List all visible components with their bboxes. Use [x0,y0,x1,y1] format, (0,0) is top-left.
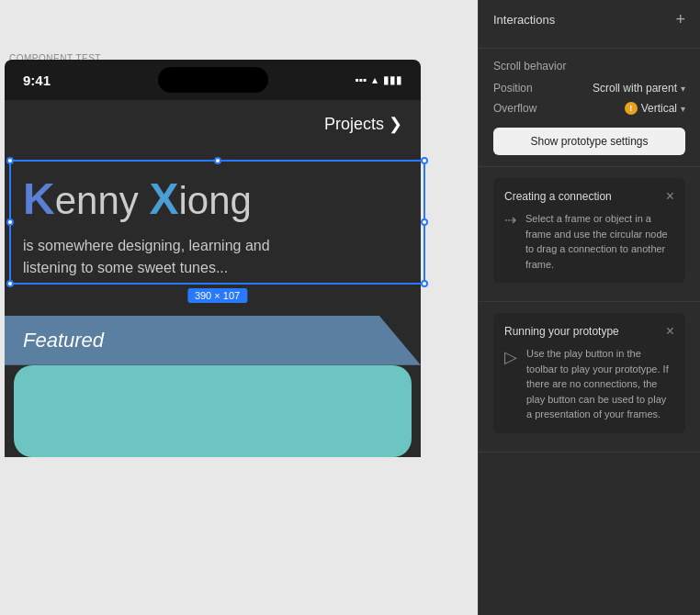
overflow-value-text: Vertical [641,102,677,115]
hero-section: Kenny Xiong is somewhere designing, lear… [5,148,421,297]
connection-icon: ⇢ [504,211,516,229]
position-chevron-icon: ▾ [681,84,685,94]
position-label: Position [493,82,533,95]
overflow-chevron-icon: ▾ [681,104,685,114]
running-prototype-title: Running your prototype [504,325,619,338]
featured-banner: Featured [5,316,421,365]
add-interaction-button[interactable]: + [675,11,685,28]
creating-connection-body: ⇢ Select a frame or object in a frame an… [504,211,674,272]
running-prototype-section: Running your prototype × ▷ Use the play … [479,302,700,453]
interactions-title: Interactions [493,13,555,27]
running-prototype-card: Running your prototype × ▷ Use the play … [493,313,685,433]
resize-handle-top-right[interactable] [421,157,428,164]
signal-icon: ▪▪▪ [355,73,367,86]
interactions-header: Interactions + [493,11,685,28]
running-prototype-close-button[interactable]: × [666,324,674,339]
running-prototype-text: Use the play button in the toolbar to pl… [526,346,674,422]
warning-icon: ! [625,102,638,115]
creating-connection-title: Creating a connection [504,190,612,203]
interactions-section: Interactions + [479,0,700,49]
position-value-text: Scroll with parent [593,82,677,95]
creating-connection-close-button[interactable]: × [666,189,674,204]
position-value[interactable]: Scroll with parent ▾ [593,82,685,95]
running-prototype-body: ▷ Use the play button in the toolbar to … [504,346,674,422]
canvas-area: COMPONENT TEST 9:41 ▪▪▪ ▴ ▮▮▮ 390 × 107 [0,0,478,615]
overflow-value[interactable]: ! Vertical ▾ [625,102,685,115]
projects-label: Projects ❯ [324,114,402,134]
dynamic-island [158,67,268,93]
projects-button[interactable]: Projects ❯ [324,114,402,134]
nav-bar: Projects ❯ [5,100,421,148]
hero-enny: enny [55,179,150,222]
creating-connection-header: Creating a connection × [504,189,674,204]
scroll-behavior-section: Scroll behavior Position Scroll with par… [479,49,700,167]
status-icons: ▪▪▪ ▴ ▮▮▮ [355,73,402,86]
hero-x: X [149,174,178,223]
featured-text: Featured [23,329,104,352]
status-bar: 9:41 ▪▪▪ ▴ ▮▮▮ [5,60,421,100]
teal-card [14,365,412,457]
overflow-label: Overflow [493,102,536,115]
resize-handle-bottom-right[interactable] [421,280,428,287]
phone-frame: 9:41 ▪▪▪ ▴ ▮▮▮ 390 × 107 Projects ❯ [5,60,421,610]
resize-handle-mid-right[interactable] [421,218,428,226]
wifi-icon: ▴ [372,73,378,86]
scroll-behavior-label: Scroll behavior [493,60,685,73]
hero-k: K [23,174,55,223]
position-row: Position Scroll with parent ▾ [493,82,685,95]
play-icon: ▷ [504,347,517,367]
status-time: 9:41 [23,73,51,88]
hero-tagline: is somewhere designing, learning andlist… [23,235,402,279]
overflow-row: Overflow ! Vertical ▾ [493,102,685,115]
creating-connection-card: Creating a connection × ⇢ Select a frame… [493,178,685,283]
hero-iong: iong [178,179,251,222]
creating-connection-text: Select a frame or object in a frame and … [525,211,674,272]
hero-name: Kenny Xiong [23,175,402,224]
phone-content: Projects ❯ Kenny Xiong is somewhere desi… [5,100,421,457]
running-prototype-header: Running your prototype × [504,324,674,339]
right-panel: Interactions + Scroll behavior Position … [478,0,700,615]
creating-connection-section: Creating a connection × ⇢ Select a frame… [479,167,700,302]
show-prototype-button[interactable]: Show prototype settings [493,128,685,155]
battery-icon: ▮▮▮ [383,73,402,86]
